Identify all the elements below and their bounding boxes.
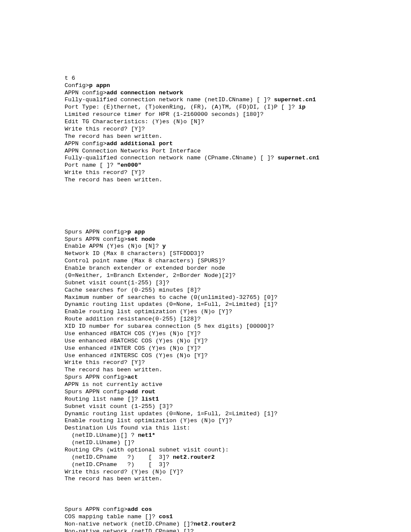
spacer [65,490,411,499]
line-input: add rout [128,389,156,395]
spacer [65,191,411,221]
line: Use enhanced #BATCH COS (Y)es (N)o [Y]? [65,330,201,337]
line: Dynamic routing list updates (0=None, 1=… [65,301,277,308]
line-prompt: (netID.CPname ?) [ 3]? [65,454,173,460]
line-prompt: Spurs APPN config> [65,374,128,380]
line-prompt: Spurs APPN config> [65,506,128,513]
line: Non-native network (netID.CPname) []? [65,528,194,532]
line-prompt: Fully-qualified connection network name … [65,96,274,103]
line-input: add cos [128,506,152,513]
line: t 6 [65,75,75,81]
line: APPN Connection Networks Port Interface [65,148,201,154]
line: Use enhanced #INTERSC COS (Y)es (N)o [Y]… [65,352,208,359]
line: XID ID number for subarea connection (5 … [65,323,274,330]
line-prompt: Config> [65,82,89,89]
line: Enable routing list optimization (Y)es (… [65,308,232,315]
line-prompt: Routing list name []? [65,396,141,402]
line: APPN is not currently active [65,381,162,388]
line-input: net2.router2 [173,454,215,460]
line: Route addition resistance(0-255) [128]? [65,316,201,322]
line-prompt: COS mapping table name []? [65,513,159,520]
line: (0=Neither, 1=Branch Extender, 2=Border … [65,272,236,279]
line-prompt: Spurs APPN config> [65,229,128,235]
line: Destination LUs found via this list: [65,425,190,431]
line: (netID.CPname ?) [ 3]? [65,461,169,468]
line-input: act [128,374,138,380]
line-input: net2.router2 [194,521,236,527]
line: Maximum number of searches to cache (0(u… [65,294,277,301]
line-prompt: Port Type: (E)thernet, (T)okenRing, (FR)… [65,104,299,110]
line-prompt: Fully-qualified connection network name … [65,155,277,161]
line: Dynamic routing list updates (0=None, 1=… [65,411,277,417]
line: Write this record? (Y)es (N)o [Y]? [65,469,183,475]
line: The record has been written. [65,367,162,373]
line-prompt: Enable APPN (Y)es (N)o [N]? [65,243,162,249]
line-input: add connection network [106,90,183,96]
line-input: ip [299,104,305,110]
terminal-block-3: Spurs APPN config>add cos COS mapping ta… [65,506,411,532]
line: Edit TG Characteristics: (Y)es (N)o [N]? [65,118,204,125]
line-input: add additional port [106,140,173,147]
line-prompt: APPN config> [65,140,106,147]
line: Subnet visit count(1-255) [3]? [65,280,169,286]
line: Routing CPs (with optional subnet visit … [65,447,229,453]
line: Subnet visit count (1-255) [3]? [65,403,173,410]
line-input: list1 [141,396,159,402]
line: Use enhanced #INTER COS (Y)es (N)o [Y]? [65,345,201,352]
line: Use enhanced #BATCHSC COS (Y)es (N)o [Y]… [65,338,208,344]
line-prompt: Spurs APPN config> [65,389,128,395]
line: The record has been written. [65,177,162,183]
line-input: set node [128,236,156,243]
line: Control point name (Max 8 characters) [S… [65,258,225,264]
line-input: supernet.cn1 [274,96,316,103]
line: Enable branch extender or extended borde… [65,265,225,271]
line: The record has been written. [65,133,162,140]
line-input: y [162,243,166,249]
line: Write this record? [Y]? [65,169,145,176]
line-prompt: APPN config> [65,90,106,96]
line-input: p app [128,229,145,235]
line: Enable routing list optimization (Y)es (… [65,417,232,424]
line: Limited resource timer for HPR (1-216000… [65,111,264,118]
line: (netID.LUname) []? [65,439,134,446]
line-prompt: Port name [ ]? [65,162,117,168]
line: Write this record? [Y]? [65,359,145,366]
terminal-block-1: t 6 Config>p appn APPN config>add connec… [65,75,411,184]
line-input: supernet.cn1 [277,155,319,161]
line-prompt: Spurs APPN config> [65,236,128,243]
line: Network ID (Max 8 characters) [STFDDD3]? [65,250,204,257]
line-input: net1* [138,432,156,439]
line: Cache searches for (0-255) minutes [8]? [65,287,201,293]
line-input: cos1 [159,513,173,520]
line-input: p appn [89,82,110,89]
line: Write this record? [Y]? [65,126,145,132]
line-prompt: Non-native network (netID.CPname) []? [65,521,194,527]
line-input: "en000" [117,162,142,168]
line: The record has been written. [65,476,162,482]
line-prompt: (netID.LUname)[] ? [65,432,138,439]
terminal-block-2: Spurs APPN config>p app Spurs APPN confi… [65,229,411,483]
